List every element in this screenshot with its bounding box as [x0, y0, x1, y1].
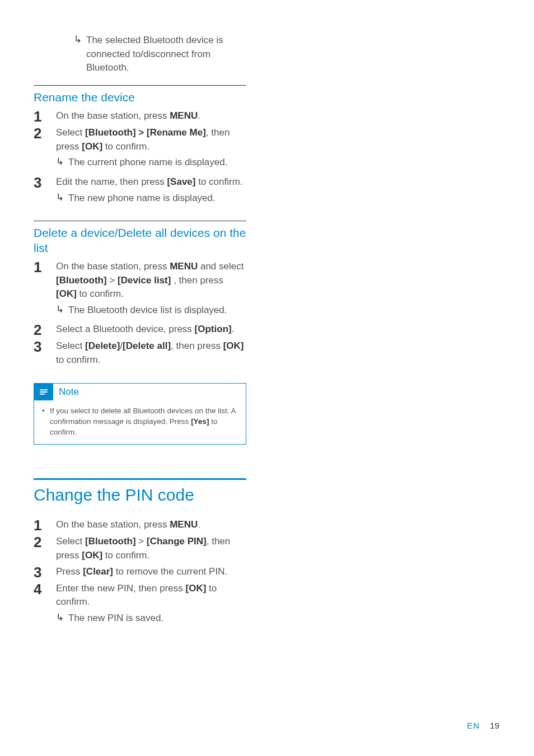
pin-heading: Change the PIN code	[34, 486, 246, 505]
rename-heading: Rename the device	[34, 90, 246, 105]
result-arrow-icon: ↳	[56, 612, 68, 624]
divider	[34, 85, 246, 86]
page-footer: EN 19	[467, 721, 499, 730]
note-item: • If you select to delete all Bluetooth …	[42, 406, 238, 438]
delete-step-1: 1 On the base station, press MENU and se…	[34, 260, 246, 318]
pin-step-2: 2 Select [Bluetooth] > [Change PIN], the…	[34, 535, 246, 562]
step-number: 4	[34, 582, 56, 596]
step-text: Edit the name, then press [Save] to conf…	[56, 175, 243, 205]
bullet-icon: •	[42, 406, 50, 417]
step-number: 2	[34, 323, 56, 337]
rename-step-3: 3 Edit the name, then press [Save] to co…	[34, 175, 246, 205]
delete-heading: Delete a device/Delete all devices on th…	[34, 226, 246, 255]
delete-step-2: 2 Select a Bluetooth device, press [Opti…	[34, 323, 246, 337]
step-text: On the base station, press MENU.	[56, 518, 200, 532]
step-text: Select [Bluetooth] > [Change PIN], then …	[56, 535, 246, 562]
step-result: ↳ The current phone name is displayed.	[56, 156, 246, 170]
step-number: 2	[34, 126, 56, 141]
step-result: ↳ The new PIN is saved.	[56, 612, 246, 626]
rename-step-2: 2 Select [Bluetooth] > [Rename Me], then…	[34, 126, 246, 170]
step-number: 1	[34, 109, 56, 124]
step-text: Enter the new PIN, then press [OK] to co…	[56, 582, 246, 626]
content-column: ↳ The selected Bluetooth device is conne…	[34, 34, 246, 626]
step-number: 3	[34, 339, 56, 354]
note-title: Note	[59, 386, 79, 398]
divider	[34, 221, 246, 221]
step-number: 1	[34, 260, 56, 274]
step-number: 1	[34, 518, 56, 533]
result-arrow-icon: ↳	[56, 156, 68, 169]
step-text: On the base station, press MENU and sele…	[56, 260, 246, 318]
footer-page-number: 19	[490, 721, 499, 730]
delete-step-3: 3 Select [Delete]/[Delete all], then pre…	[34, 339, 246, 367]
result-arrow-icon: ↳	[74, 34, 86, 46]
pin-step-4: 4 Enter the new PIN, then press [OK] to …	[34, 582, 246, 626]
step-result: ↳ The new phone name is displayed.	[56, 192, 243, 206]
step-text: Select a Bluetooth device, press [Option…	[56, 323, 234, 337]
note-header: Note	[34, 384, 246, 400]
intro-result-text: The selected Bluetooth device is connect…	[86, 34, 246, 75]
note-box: Note • If you select to delete all Bluet…	[34, 383, 246, 445]
result-arrow-icon: ↳	[56, 192, 68, 204]
rename-step-1: 1 On the base station, press MENU.	[34, 109, 246, 124]
note-text: If you select to delete all Bluetooth de…	[50, 406, 238, 438]
result-arrow-icon: ↳	[56, 304, 68, 316]
step-result: ↳ The Bluetooth device list is displayed…	[56, 304, 246, 318]
note-icon	[34, 384, 53, 400]
step-text: Select [Delete]/[Delete all], then press…	[56, 339, 246, 367]
step-number: 2	[34, 535, 56, 549]
pin-step-3: 3 Press [Clear] to remove the current PI…	[34, 565, 246, 580]
note-body: • If you select to delete all Bluetooth …	[34, 400, 246, 445]
section-divider	[34, 478, 246, 480]
footer-language: EN	[467, 721, 480, 730]
step-text: Press [Clear] to remove the current PIN.	[56, 565, 227, 579]
page-root: ↳ The selected Bluetooth device is conne…	[0, 0, 534, 756]
pin-step-1: 1 On the base station, press MENU.	[34, 518, 246, 533]
step-number: 3	[34, 565, 56, 580]
step-text: On the base station, press MENU.	[56, 109, 200, 123]
step-number: 3	[34, 175, 56, 190]
intro-result: ↳ The selected Bluetooth device is conne…	[34, 34, 246, 75]
step-text: Select [Bluetooth] > [Rename Me], then p…	[56, 126, 246, 170]
